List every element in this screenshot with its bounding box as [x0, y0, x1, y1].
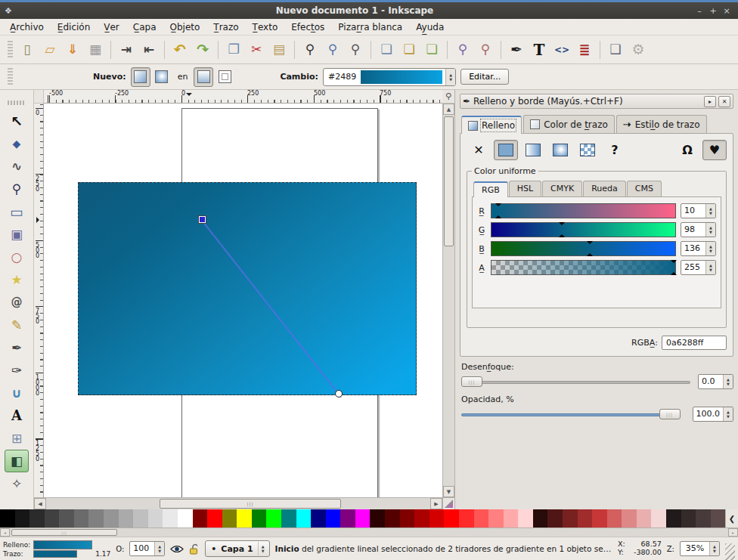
paint-bucket-tool[interactable]: ∪ — [5, 382, 29, 404]
palette-swatch[interactable] — [59, 509, 74, 528]
spinner-arrows[interactable]: ▲▼ — [723, 375, 733, 388]
palette-swatch[interactable] — [148, 509, 163, 528]
palette-swatch[interactable] — [385, 509, 400, 528]
color-tab-cms[interactable]: CMS — [627, 181, 662, 196]
tab-relleno[interactable]: Relleno — [461, 116, 522, 134]
slider-value-spinbox[interactable]: 255 ▲▼ — [681, 260, 716, 275]
color-slider[interactable] — [491, 241, 676, 256]
spinner-arrows[interactable]: ▲▼ — [709, 542, 719, 555]
color-slider[interactable] — [491, 203, 676, 218]
radial-gradient-button[interactable] — [152, 67, 172, 87]
fill-flat-button[interactable] — [494, 140, 518, 160]
zoom-tool[interactable]: ⚲ — [5, 178, 29, 200]
palette-swatch[interactable] — [133, 509, 148, 528]
palette-swatch[interactable] — [592, 509, 607, 528]
color-tab-hsl[interactable]: HSL — [509, 181, 541, 196]
tab-color-de-trazo[interactable]: Color de t̲razo — [523, 115, 615, 133]
palette-swatch[interactable] — [400, 509, 415, 528]
fill-rule-nonzero-button[interactable] — [702, 140, 727, 160]
palette-swatch[interactable] — [222, 509, 237, 528]
stroke-target-button[interactable] — [215, 67, 234, 87]
palette-swatch[interactable] — [178, 509, 193, 528]
palette-swatch[interactable] — [237, 509, 252, 528]
palette-swatch[interactable] — [252, 509, 267, 528]
layer-combo-arrows[interactable]: ▲▼ — [258, 542, 268, 555]
fill-unknown-button[interactable] — [603, 140, 627, 160]
blur-value-spinbox[interactable]: 0.0 ▲▼ — [698, 374, 733, 389]
fill-rule-evenodd-button[interactable] — [675, 140, 699, 160]
palette-swatch[interactable] — [311, 509, 326, 528]
dock-expand-icon[interactable]: ▸ — [704, 96, 716, 107]
palette-scrollbar-right-icon[interactable]: ▸ — [728, 528, 738, 537]
blur-slider[interactable]: ||| — [460, 375, 692, 388]
fill-swatch[interactable] — [33, 540, 92, 549]
undo-icon[interactable]: ↶ — [169, 39, 191, 61]
preferences-icon[interactable]: ⚙ — [627, 39, 650, 61]
palette-swatch[interactable] — [474, 509, 489, 528]
slider-value-spinbox[interactable]: 10 ▲▼ — [681, 203, 716, 218]
palette-swatch[interactable] — [414, 509, 429, 528]
document-properties-icon[interactable]: ❑ — [604, 39, 627, 61]
zoom-page-icon[interactable]: ⚲ — [344, 39, 367, 61]
slider-value-spinbox[interactable]: 136 ▲▼ — [681, 241, 716, 256]
fill-none-button[interactable] — [467, 140, 491, 160]
text-dialog-icon[interactable]: T — [528, 39, 550, 61]
palette-swatch[interactable] — [444, 509, 459, 528]
palette-scroll-thumb[interactable]: ||| — [11, 529, 117, 536]
dock-close-icon[interactable]: ✕ — [718, 96, 730, 107]
open-document-icon[interactable]: ▱ — [39, 39, 61, 61]
gradient-combo-arrows[interactable]: ▲▼ — [445, 69, 455, 85]
rectangle-tool[interactable]: ▭ — [5, 200, 29, 223]
tweak-tool[interactable]: ∿ — [5, 155, 29, 178]
palette-swatch[interactable] — [370, 509, 385, 528]
palette-scrollbar[interactable]: ◂ ||| ▸ — [0, 528, 738, 537]
zoom-spinbox[interactable]: 35% ▲▼ — [680, 541, 720, 556]
color-slider[interactable] — [491, 260, 676, 275]
palette-swatch[interactable] — [193, 509, 208, 528]
palette-swatch[interactable] — [459, 509, 474, 528]
copy-icon[interactable]: ❐ — [222, 39, 245, 61]
palette-swatch[interactable] — [607, 509, 622, 528]
palette-swatch[interactable] — [504, 509, 519, 528]
scroll-up-icon[interactable]: ▲ — [443, 104, 454, 115]
palette-swatch[interactable] — [578, 509, 593, 528]
horizontal-ruler[interactable]: -500-2500250500750 — [44, 90, 442, 104]
palette-swatch[interactable] — [104, 509, 119, 528]
gradient-rectangle-object[interactable] — [78, 182, 417, 395]
stroke-swatch[interactable] — [33, 550, 77, 558]
palette-scroll-left-icon[interactable]: ❮ — [725, 509, 738, 528]
fill-target-button[interactable] — [194, 67, 213, 87]
palette-swatch[interactable] — [533, 509, 548, 528]
gradient-select-combo[interactable]: #2489 ▲▼ — [323, 68, 456, 86]
palette-swatch[interactable] — [547, 509, 563, 528]
minimize-button[interactable]: – — [693, 6, 706, 16]
color-slider[interactable] — [491, 222, 676, 237]
palette-swatch[interactable] — [681, 509, 696, 528]
menu-capa[interactable]: C̲apa — [126, 20, 163, 34]
opacity-slider-handle[interactable]: ||| — [659, 409, 681, 419]
fill-pattern-button[interactable] — [575, 140, 600, 160]
menu-archivo[interactable]: A̲rchivo — [3, 20, 51, 34]
tab-estilo-de-trazo[interactable]: Estil̲o de trazo — [616, 115, 707, 133]
paste-icon[interactable]: ▤ — [268, 39, 290, 61]
export-icon[interactable]: ⇤ — [138, 39, 160, 61]
unlink-clone-icon[interactable]: ❏ — [420, 39, 443, 61]
menu-edicion[interactable]: E̲dición — [51, 20, 97, 34]
horizontal-scroll-thumb[interactable]: ||| — [160, 499, 341, 509]
palette-swatch[interactable] — [281, 509, 296, 528]
ellipse-tool[interactable]: ○ — [5, 246, 29, 268]
object-opacity-spinbox[interactable]: 100 ▲▼ — [129, 541, 165, 556]
gradient-tool[interactable]: ◧ — [5, 450, 29, 472]
scroll-right-icon[interactable]: ▶ — [430, 498, 442, 509]
opacity-value-spinbox[interactable]: 100.0 ▲▼ — [693, 407, 734, 422]
vertical-scroll-thumb[interactable] — [444, 116, 454, 246]
vertical-ruler[interactable]: 025050075010001250 — [34, 104, 44, 497]
save-icon[interactable]: ⇓ — [61, 39, 84, 61]
horizontal-scrollbar[interactable]: ◀ ||| ▶ — [34, 497, 454, 509]
palette-swatch[interactable] — [355, 509, 371, 528]
palette-swatch[interactable] — [488, 509, 504, 528]
menu-efectos[interactable]: Efect̲os — [284, 20, 331, 34]
palette-swatch[interactable] — [711, 509, 726, 528]
palette-swatch[interactable] — [326, 509, 341, 528]
palette-swatch[interactable] — [88, 509, 104, 528]
